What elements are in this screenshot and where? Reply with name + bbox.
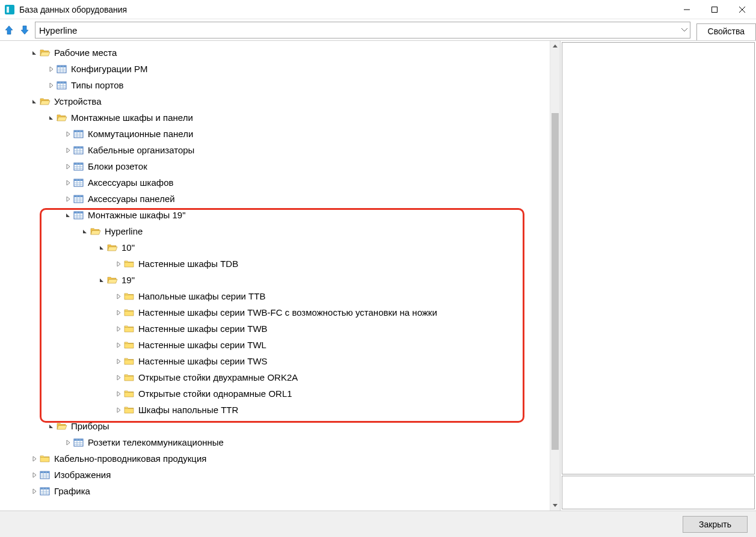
expand-toggle-icon[interactable] (30, 97, 38, 106)
tree-label: Настенные шкафы серии TWS (138, 353, 268, 369)
tree-node-nastennye-twb-fc[interactable]: Настенные шкафы серии TWB-FC с возможнос… (5, 304, 550, 321)
tree-node-hyperline[interactable]: Hyperline (5, 223, 550, 239)
expand-toggle-icon[interactable] (97, 244, 106, 252)
tree-node-aksessuary-shkafov[interactable]: Аксессуары шкафов (5, 174, 550, 191)
maximize-button[interactable] (701, 0, 728, 19)
tree-node-grafika[interactable]: Графика (5, 483, 550, 499)
tree-label: Кабельно-проводниковая продукция (54, 450, 206, 467)
expand-toggle-icon[interactable] (64, 146, 72, 155)
expand-toggle-icon[interactable] (64, 179, 72, 187)
folder-closed-icon (124, 389, 135, 399)
tree-node-rabochie-mesta[interactable]: Рабочие места (5, 44, 550, 61)
expand-toggle-icon[interactable] (64, 162, 72, 171)
expand-toggle-icon[interactable] (114, 357, 123, 366)
tree-node-19-inch[interactable]: 19" (5, 272, 550, 288)
tree-node-montazhnye-shkafy-paneli[interactable]: Монтажные шкафы и панели (5, 109, 550, 126)
nav-down-button[interactable] (18, 23, 31, 37)
expand-toggle-icon[interactable] (114, 406, 123, 414)
chevron-down-icon (681, 28, 687, 32)
tree-node-bloki-rozetok[interactable]: Блоки розеток (5, 158, 550, 174)
window-title: База данных оборудования (19, 5, 127, 14)
table-icon (57, 64, 67, 74)
tree-node-nastennye-tdb[interactable]: Настенные шкафы TDB (5, 256, 550, 272)
expand-toggle-icon[interactable] (114, 373, 123, 382)
tree-label: Аксессуары панелей (88, 191, 175, 207)
tree-label: Изображения (54, 467, 111, 483)
tree-label: Розетки телекоммуникационные (88, 434, 224, 450)
expand-toggle-icon[interactable] (114, 390, 123, 398)
application-window: База данных оборудования Hyperline Свойс… (0, 0, 756, 537)
footer-bar: Закрыть (0, 511, 756, 537)
folder-closed-icon (124, 373, 135, 382)
properties-content (562, 42, 755, 474)
breadcrumb-combo[interactable]: Hyperline (35, 22, 690, 38)
folder-closed-icon (124, 292, 135, 301)
expand-toggle-icon[interactable] (47, 65, 55, 73)
tree-node-shkafy-ttr[interactable]: Шкафы напольные TTR (5, 402, 550, 418)
folder-closed-icon (124, 340, 135, 350)
table-icon (40, 470, 51, 480)
scroll-thumb[interactable] (552, 113, 559, 450)
expand-toggle-icon[interactable] (114, 325, 123, 333)
expand-toggle-icon[interactable] (114, 341, 123, 349)
toolbar: Hyperline Свойства (0, 19, 756, 41)
tree-node-izobrazheniia[interactable]: Изображения (5, 467, 550, 483)
folder-open-icon (107, 275, 118, 285)
tab-properties[interactable]: Свойства (696, 23, 756, 40)
tree-label: Настенные шкафы серии TWL (138, 337, 266, 353)
scroll-down-button[interactable] (550, 500, 560, 511)
tree-node-kommutatsionnye-paneli[interactable]: Коммутационные панели (5, 126, 550, 142)
tree-node-pribory[interactable]: Приборы (5, 418, 550, 434)
tree-node-ustroistva[interactable]: Устройства (5, 93, 550, 109)
tree-node-konfiguratsii-rm[interactable]: Конфигурации РМ (5, 61, 550, 77)
tree-node-napolnye-ttb[interactable]: Напольные шкафы серии TTB (5, 288, 550, 304)
tree-label: Монтажные шкафы и панели (71, 109, 193, 126)
close-dialog-button[interactable]: Закрыть (683, 516, 748, 533)
tree-scrollbar[interactable] (550, 41, 560, 511)
tree-node-otkrytye-ork2a[interactable]: Открытые стойки двухрамные ORK2A (5, 369, 550, 385)
tree-node-nastennye-twl[interactable]: Настенные шкафы серии TWL (5, 337, 550, 353)
expand-toggle-icon[interactable] (64, 438, 72, 447)
properties-tabstrip: Свойства (696, 19, 756, 40)
tree-node-rozetki-telekom[interactable]: Розетки телекоммуникационные (5, 434, 550, 450)
tree-label: Блоки розеток (88, 158, 147, 174)
expand-toggle-icon[interactable] (64, 195, 72, 203)
tree-node-kabelno-provodnikovaia[interactable]: Кабельно-проводниковая продукция (5, 450, 550, 467)
tree-label: Hyperline (105, 223, 143, 239)
minimize-button[interactable] (673, 0, 701, 19)
expand-toggle-icon[interactable] (30, 471, 38, 479)
tree-node-montazhnye-shkafy-19[interactable]: Монтажные шкафы 19" (5, 207, 550, 223)
table-icon (40, 486, 51, 496)
tree-node-aksessuary-panelei[interactable]: Аксессуары панелей (5, 191, 550, 207)
close-button[interactable] (728, 0, 756, 19)
expand-toggle-icon[interactable] (64, 211, 72, 219)
expand-toggle-icon[interactable] (47, 81, 55, 90)
expand-toggle-icon[interactable] (81, 227, 89, 236)
expand-toggle-icon[interactable] (97, 276, 106, 284)
expand-toggle-icon[interactable] (114, 260, 123, 268)
table-icon (73, 162, 84, 171)
tree-node-otkrytye-orl1[interactable]: Открытые стойки однорамные ORL1 (5, 385, 550, 402)
expand-toggle-icon[interactable] (114, 292, 123, 301)
expand-toggle-icon[interactable] (64, 130, 72, 138)
tree-label: Рабочие места (54, 44, 117, 61)
expand-toggle-icon[interactable] (30, 49, 38, 57)
folder-open-icon (40, 48, 51, 58)
tree-label: Типы портов (71, 77, 123, 93)
equipment-tree[interactable]: Рабочие места Конфигурации РМ Типы порто… (0, 41, 550, 503)
expand-toggle-icon[interactable] (30, 487, 38, 496)
nav-up-button[interactable] (2, 23, 16, 37)
tree-node-nastennye-tws[interactable]: Настенные шкафы серии TWS (5, 353, 550, 369)
scroll-up-button[interactable] (550, 41, 560, 51)
expand-toggle-icon[interactable] (47, 422, 55, 431)
folder-closed-icon (124, 308, 135, 318)
expand-toggle-icon[interactable] (114, 308, 123, 317)
expand-toggle-icon[interactable] (30, 455, 38, 463)
tree-node-10-inch[interactable]: 10" (5, 239, 550, 256)
table-icon (73, 178, 84, 188)
tree-node-tipy-portov[interactable]: Типы портов (5, 77, 550, 93)
tree-node-kabelnye-organizatory[interactable]: Кабельные организаторы (5, 142, 550, 158)
expand-toggle-icon[interactable] (47, 114, 55, 122)
tree-node-nastennye-twb[interactable]: Настенные шкафы серии TWB (5, 321, 550, 337)
tree-label: Аксессуары шкафов (88, 174, 173, 191)
